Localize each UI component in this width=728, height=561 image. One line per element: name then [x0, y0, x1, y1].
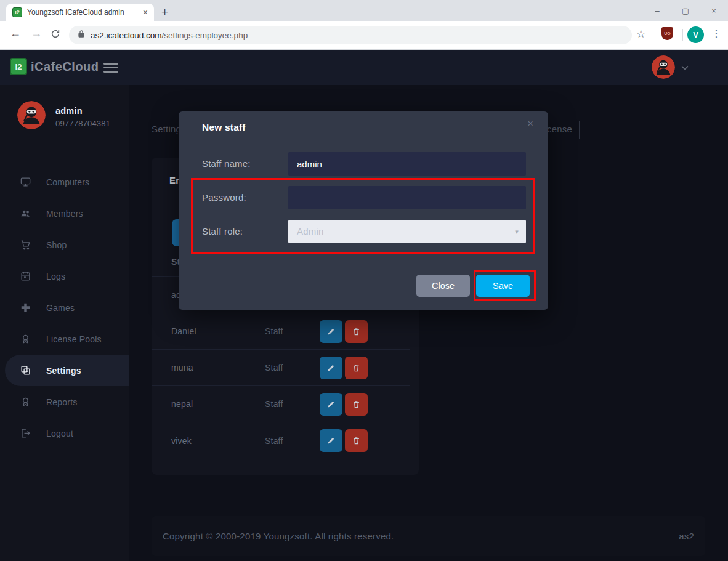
- sidebar-item-license-pools[interactable]: License Pools: [0, 323, 129, 355]
- window-maximize-icon[interactable]: ▢: [671, 0, 700, 21]
- sidebar-profile: admin 097778704381: [17, 101, 110, 129]
- tab-close-icon[interactable]: ×: [143, 7, 148, 17]
- brand-glyph-icon: i2: [10, 58, 27, 75]
- edit-staff-button[interactable]: [320, 357, 342, 379]
- browser-profile-avatar[interactable]: V: [687, 26, 704, 43]
- trash-icon: [352, 436, 361, 445]
- browser-titlebar: i2 Youngzsoft iCafeCloud admin × + – ▢ ×: [0, 0, 728, 21]
- tab-divider: [579, 121, 580, 139]
- url-domain: as2.icafecloud.com: [91, 31, 162, 40]
- new-tab-icon[interactable]: +: [161, 4, 168, 21]
- logout-icon: [20, 427, 31, 439]
- cart-icon: [20, 239, 31, 251]
- staff-name-cell: Daniel: [171, 326, 265, 336]
- page-footer: Copyright © 2000-2019 Youngzsoft. All ri…: [152, 516, 705, 556]
- delete-staff-button[interactable]: [345, 393, 368, 416]
- modal-title: New staff: [202, 122, 246, 133]
- staff-name-cell: nepal: [171, 399, 265, 409]
- sidebar: admin 097778704381 Computers Members Sho…: [0, 85, 129, 561]
- sidebar-item-label: License Pools: [46, 334, 102, 344]
- sidebar-item-label: Computers: [46, 177, 89, 187]
- staff-role-cell: Staff: [265, 399, 320, 409]
- table-row: nepal Staff: [152, 386, 410, 422]
- sidebar-item-computers[interactable]: Computers: [0, 166, 129, 198]
- edit-staff-button[interactable]: [320, 429, 342, 452]
- sidebar-item-logout[interactable]: Logout: [0, 418, 129, 449]
- tab-title: Youngzsoft iCafeCloud admin: [27, 8, 138, 17]
- sidebar-item-label: Shop: [46, 240, 67, 250]
- sidebar-item-games[interactable]: Games: [0, 292, 129, 323]
- staff-role-cell: Staff: [265, 363, 320, 373]
- delete-staff-button[interactable]: [345, 429, 368, 452]
- trash-icon: [352, 327, 361, 336]
- table-row: vivek Staff: [152, 422, 410, 459]
- header-user-menu[interactable]: [652, 55, 689, 79]
- staff-name-cell: muna: [171, 363, 265, 373]
- lock-icon: [78, 30, 85, 41]
- url-path: /settings-employee.php: [162, 31, 248, 40]
- staff-name-label: Staff name:: [202, 158, 251, 169]
- window-minimize-icon[interactable]: –: [643, 0, 671, 21]
- server-label: as2: [679, 531, 694, 541]
- calendar-icon: [20, 270, 31, 282]
- delete-staff-button[interactable]: [345, 357, 368, 379]
- pencil-icon: [326, 327, 336, 336]
- sidebar-item-label: Reports: [46, 397, 77, 407]
- highlight-rect-fields: [191, 178, 535, 254]
- site-favicon: i2: [12, 7, 22, 17]
- edit-staff-button[interactable]: [320, 393, 342, 416]
- modal-close-icon[interactable]: ×: [527, 118, 533, 129]
- table-row: Daniel Staff: [152, 313, 410, 350]
- gamepad-icon: [20, 302, 31, 313]
- hamburger-menu-icon[interactable]: [103, 63, 118, 73]
- sidebar-item-label: Settings: [46, 366, 81, 376]
- pencil-icon: [326, 363, 336, 373]
- bookmark-star-icon[interactable]: ☆: [636, 28, 645, 41]
- forward-icon[interactable]: →: [31, 27, 42, 40]
- sidebar-item-reports[interactable]: Reports: [0, 386, 129, 418]
- sidebar-item-logs[interactable]: Logs: [0, 260, 129, 292]
- profile-name: admin: [55, 106, 110, 116]
- sidebar-item-settings[interactable]: Settings: [5, 355, 129, 386]
- copyright-text: Copyright © 2000-2019 Youngzsoft. All ri…: [163, 531, 394, 541]
- brand-name: iCafeCloud: [31, 60, 99, 74]
- monitor-icon: [20, 176, 31, 188]
- close-button[interactable]: Close: [416, 275, 470, 297]
- back-icon[interactable]: ←: [10, 27, 21, 40]
- user-avatar-icon: [652, 55, 675, 79]
- medal-icon: [20, 333, 31, 345]
- sidebar-menu: Computers Members Shop Logs Games Licens…: [0, 166, 129, 449]
- table-row: muna Staff: [152, 350, 410, 386]
- window-close-icon[interactable]: ×: [700, 0, 728, 21]
- trash-icon: [352, 400, 361, 409]
- browser-menu-icon[interactable]: ⋮: [711, 28, 721, 39]
- sidebar-item-label: Logout: [46, 429, 73, 438]
- profile-phone: 097778704381: [55, 119, 110, 128]
- app-logo[interactable]: i2 iCafeCloud: [10, 58, 99, 75]
- user-avatar-icon: [17, 101, 46, 129]
- sidebar-item-shop[interactable]: Shop: [0, 229, 129, 260]
- staff-name-input[interactable]: [288, 152, 526, 176]
- sidebar-item-label: Members: [46, 209, 83, 219]
- layers-icon: [20, 365, 31, 376]
- browser-tab[interactable]: i2 Youngzsoft iCafeCloud admin ×: [6, 4, 154, 21]
- edit-staff-button[interactable]: [320, 320, 342, 343]
- medal-icon: [20, 396, 31, 408]
- staff-role-cell: Staff: [265, 326, 320, 336]
- pencil-icon: [326, 436, 336, 445]
- sidebar-item-label: Games: [46, 303, 75, 313]
- staff-name-cell: vivek: [171, 436, 265, 446]
- sidebar-item-members[interactable]: Members: [0, 198, 129, 229]
- trash-icon: [352, 363, 361, 373]
- people-icon: [20, 208, 31, 219]
- browser-toolbar: ← → as2.icafecloud.com/settings-employee…: [0, 21, 728, 50]
- adblock-extension-icon[interactable]: UO: [661, 27, 673, 40]
- app-root: i2 iCafeCloud: [0, 50, 728, 561]
- delete-staff-button[interactable]: [345, 320, 368, 343]
- staff-role-cell: Staff: [265, 436, 320, 446]
- url-text: as2.icafecloud.com/settings-employee.php: [91, 31, 248, 40]
- reload-icon[interactable]: [51, 29, 60, 42]
- pencil-icon: [326, 400, 336, 409]
- chevron-down-icon: [681, 63, 689, 72]
- url-bar[interactable]: as2.icafecloud.com/settings-employee.php: [69, 26, 632, 44]
